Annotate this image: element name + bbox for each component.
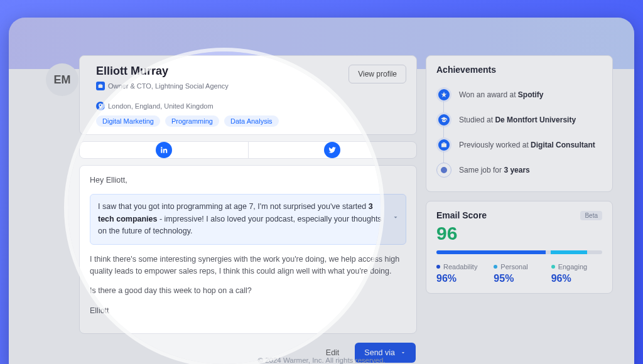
email-greeting: Hey Elliott,: [90, 174, 406, 186]
briefcase-icon: [96, 82, 105, 90]
metric-label: Personal: [500, 263, 527, 270]
metric-label: Engaging: [558, 263, 588, 270]
email-highlight: I saw that you got into programming at a…: [90, 194, 406, 244]
achievement-bold: Digital Consultant: [531, 141, 595, 149]
achievements-title: Achievements: [436, 65, 602, 75]
achievement-bold: 3 years: [504, 166, 529, 174]
email-body: Is there a good day this week to hop on …: [90, 285, 406, 297]
achievement-bold: De Montfort University: [495, 115, 576, 124]
clock-icon: [436, 163, 451, 178]
chevron-down-icon[interactable]: [392, 213, 399, 225]
linkedin-icon: [156, 142, 172, 158]
email-body: I think there's some interesting synergi…: [90, 254, 406, 278]
twitter-icon: [324, 142, 340, 158]
beta-badge: Beta: [580, 211, 602, 220]
profile-title: Owner & CTO, Lightning Social Agency: [96, 82, 229, 90]
achievements-card: Achievements Won an award at Spotify Stu…: [426, 55, 613, 192]
profile-title-text: Owner & CTO, Lightning Social Agency: [108, 82, 229, 90]
tag: Data Analysis: [224, 115, 279, 127]
achievement-text: Won an award at: [459, 90, 518, 99]
content-area: EM Elliott Murray Owner & CTO, Lightning…: [9, 18, 634, 364]
footer-text: © 2024 Warmer, Inc. All rights reserved.: [9, 356, 634, 364]
left-column: EM Elliott Murray Owner & CTO, Lightning…: [79, 55, 417, 364]
location-icon: [96, 102, 105, 110]
metric-value: 96%: [551, 273, 602, 284]
tag: Digital Marketing: [96, 115, 160, 127]
score-bar: [436, 250, 602, 254]
profile-name: Elliott Murray: [96, 65, 340, 78]
email-score-value: 96: [436, 223, 602, 244]
profile-card: EM Elliott Murray Owner & CTO, Lightning…: [79, 55, 417, 135]
metric-value: 96%: [436, 273, 487, 284]
achievement-text: Same job for: [459, 166, 504, 174]
highlight-text: I saw that you got into programming at a…: [98, 202, 369, 211]
metric-readability: Readability 96%: [436, 263, 487, 284]
achievement-item: Studied at De Montfort University: [436, 107, 602, 132]
tag: Programming: [165, 115, 219, 127]
metric-personal: Personal 95%: [494, 263, 544, 284]
education-icon: [436, 112, 451, 127]
metric-engaging: Engaging 96%: [551, 263, 602, 284]
profile-tags: Digital Marketing Programming Data Analy…: [96, 115, 340, 127]
metric-label: Readability: [443, 263, 477, 270]
achievement-text: Studied at: [459, 115, 495, 124]
email-score-card: Email Score Beta 96 Readability 96% Pers…: [426, 201, 613, 294]
twitter-tab[interactable]: [248, 142, 417, 158]
email-signoff: Elliott: [90, 305, 406, 317]
avatar: EM: [46, 63, 78, 96]
right-column: Achievements Won an award at Spotify Stu…: [426, 55, 613, 364]
achievement-item: Same job for 3 years: [436, 158, 602, 183]
score-metrics: Readability 96% Personal 95% Engaging 96…: [436, 263, 602, 284]
app-frame: EM Elliott Murray Owner & CTO, Lightning…: [9, 18, 634, 364]
profile-location-text: London, England, United Kingdom: [108, 102, 213, 110]
social-tabs: [79, 141, 417, 159]
profile-location: London, England, United Kingdom: [96, 102, 213, 110]
view-profile-button[interactable]: View profile: [349, 65, 406, 83]
achievement-item: Won an award at Spotify: [436, 82, 602, 107]
chevron-down-icon: [400, 350, 406, 356]
email-score-title: Email Score: [436, 210, 487, 220]
briefcase-icon: [436, 137, 451, 153]
metric-value: 95%: [494, 273, 544, 284]
email-card: Hey Elliott, I saw that you got into pro…: [79, 165, 417, 334]
achievement-item: Previously worked at Digital Consultant: [436, 132, 602, 158]
achievement-bold: Spotify: [518, 90, 544, 99]
achievement-text: Previously worked at: [459, 141, 531, 149]
linkedin-tab[interactable]: [80, 142, 248, 158]
send-label: Send via: [364, 348, 395, 357]
star-icon: [436, 87, 451, 102]
